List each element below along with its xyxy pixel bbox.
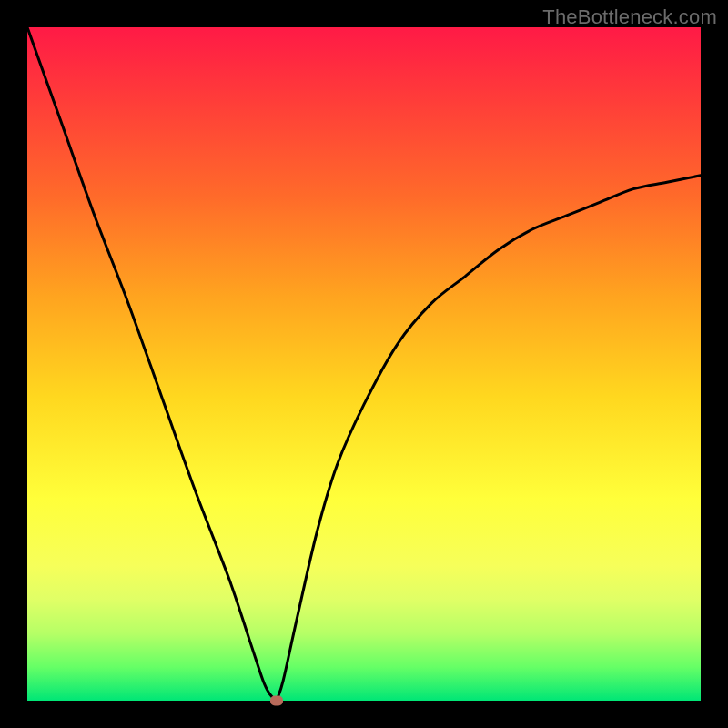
chart-frame: TheBottleneck.com bbox=[0, 0, 728, 728]
minimum-marker bbox=[270, 696, 283, 706]
watermark-text: TheBottleneck.com bbox=[542, 5, 717, 29]
bottleneck-curve bbox=[27, 27, 701, 701]
plot-area bbox=[27, 27, 701, 701]
